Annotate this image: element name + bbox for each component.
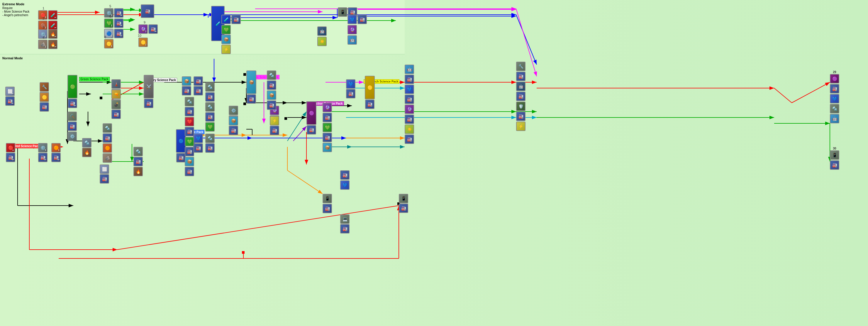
far-right-stack: 🤖 🏭 💙 🏭 🔮 🏭 ☀️ 🏭 xyxy=(405,64,414,144)
icon-b1: 📱 xyxy=(399,194,408,203)
item-icon-11b: 🏭 xyxy=(231,15,241,24)
bottom-path-stack: 📱 🏭 xyxy=(322,194,332,213)
icon-cc4-asm: 🏭 xyxy=(185,167,194,176)
icon-tech-comp1: 💙 xyxy=(193,134,203,143)
icon-assembler-high-tech: 🏭 xyxy=(365,100,374,109)
num-4: 4 xyxy=(42,36,44,39)
icon-b2-asm: 🏭 xyxy=(340,224,349,234)
icon-ll1: 🔩 xyxy=(103,124,112,133)
icon-assembler-belt: 🏭 xyxy=(39,102,49,112)
icon-fr3: 🔮 xyxy=(405,105,414,114)
icon-bp1: 📱 xyxy=(322,194,332,203)
icon-cc3-asm: 🏭 xyxy=(185,147,194,156)
icon-belt-2: 🟡 xyxy=(39,92,49,102)
normal-mode-label: Normal Mode xyxy=(2,56,23,60)
svg-rect-82 xyxy=(243,73,246,76)
icon-far2-4: ⚡ xyxy=(516,121,526,131)
require-label: Require xyxy=(2,6,12,10)
item-9: 9 🔮1 🏭∞ xyxy=(138,21,158,34)
lower-mid-stack: ⛏️ 🏭 ⚙️ xyxy=(67,112,77,141)
item-22: 22 🔮 xyxy=(347,25,357,34)
icon-cc4: 📦 xyxy=(185,157,194,166)
num-1: 1 xyxy=(42,6,44,10)
node-copper-cable: 🟠1 🏭∞ xyxy=(51,143,61,162)
item-12: 12 💚 xyxy=(221,25,231,34)
icon-production-science: 🟣 xyxy=(306,101,316,125)
svg-rect-83 xyxy=(243,103,246,105)
node-log-comp2: 🏭 🏭 xyxy=(193,76,203,96)
icon-tech-comp2-asm: 🏭 xyxy=(205,143,215,153)
icon-rc2-asm: 🏭 xyxy=(267,101,276,110)
icon-cb1: 🔩 xyxy=(133,147,143,156)
icon-copper-cable: 🟠1 xyxy=(51,143,61,153)
node-tech-comp1: 💙 🏭 xyxy=(193,134,203,153)
item-icon-17: ⚡ xyxy=(221,45,231,54)
icon-mid1-asm: 🏭 xyxy=(205,92,215,102)
icon-log-comp2-asm: 🏭 xyxy=(193,86,203,96)
icon-fr3-asm: 🏭 xyxy=(405,114,414,124)
num-6: 6 xyxy=(110,15,111,18)
icon-high-tech-science: 🟡 xyxy=(365,76,375,99)
icon-assembler-red: 🏭∞ xyxy=(6,153,15,162)
icon-rc1: 🔩 xyxy=(267,71,276,80)
icon-assembler-tech: 🏭 xyxy=(176,153,186,162)
icon-cb2: 🔥 xyxy=(133,167,143,176)
num-9: 9 xyxy=(144,21,146,24)
icon-tech-science: 🔵 xyxy=(176,129,186,153)
far-right-2: 🔧 🏭 🤖 🏭 🛡️ 🏭 ⚡ xyxy=(516,62,526,131)
item-icon-9a: 🔮1 xyxy=(138,24,148,34)
item-8: 8 🟡1 xyxy=(104,35,114,49)
item-30: 30 📱 🏭 xyxy=(830,147,839,170)
icon-assembler-small: 🏭∞ xyxy=(5,96,15,106)
svg-line-35 xyxy=(287,112,306,141)
node-ht-comp1: 💙 🏭 xyxy=(346,79,355,99)
node-prod-comp2: ⚡ 🏭 xyxy=(270,116,279,135)
icon-prod-comp2: ⚡ xyxy=(270,116,279,126)
icon-cc1-asm: 🏭 xyxy=(185,107,194,116)
icon-mid2: 🔩 xyxy=(205,102,215,112)
icon-military-science: ⚔️ xyxy=(144,75,154,99)
icon-fr1-asm: 🏭 xyxy=(405,75,414,84)
lower-left-stack: 🔩 🏭 🟠 🪨 xyxy=(103,124,112,163)
icon-lm1: ⛏️ xyxy=(67,112,77,121)
icon-log-comp1: 📦 xyxy=(182,76,191,86)
node-iron-plate: ⬜∞ 🏭∞ xyxy=(5,87,15,106)
icon-cb-2-asm: 🏭 xyxy=(229,126,238,135)
item-icon-18: 🤖 xyxy=(317,26,327,36)
icon-cc2: ❤️ xyxy=(185,117,194,126)
num-3: 3 xyxy=(42,26,44,29)
num-29: 29 xyxy=(833,71,836,74)
node-copper-gear: ⚙️1 🏭∞ xyxy=(38,143,48,162)
icon-29e: 🤖 xyxy=(830,114,839,124)
icon-fr2-asm: 🏭 xyxy=(405,94,414,104)
num-10: 10 xyxy=(138,34,141,37)
item-19: 19 ☀️ xyxy=(317,37,327,46)
icon-log-comp1-asm: 🏭 xyxy=(182,86,191,96)
item-icon-15: 📦 xyxy=(221,35,231,44)
icon-green-science: 🟢 xyxy=(67,75,78,99)
assembler-large: 🏭 xyxy=(141,4,154,18)
icon-assembler-logistic: 🏭 xyxy=(247,94,256,104)
icon-ht-comp1-asm: 🏭 xyxy=(346,89,355,99)
node-military-science: ⚔️ 🏭 xyxy=(144,75,154,108)
item-icon-21: 💙 xyxy=(347,15,357,24)
node-high-tech-science: 🟡 🏭 xyxy=(365,76,375,109)
extreme-mode-label: Extreme Mode xyxy=(2,2,24,6)
middle-stack: 🔩 🏭 🔩 🏭 💚 xyxy=(205,82,215,132)
icon-ht-comp1: 💙 xyxy=(346,79,355,89)
svg-line-54 xyxy=(117,206,399,250)
icon-assembler-iron: 🏭 xyxy=(100,174,109,184)
item-icon-9b: 🏭∞ xyxy=(148,24,158,34)
icon-assembler-military: 🏭 xyxy=(144,99,153,108)
node-center-black-2: 📦 🏭 xyxy=(229,116,238,135)
item-icon-20: 📱 xyxy=(338,7,347,17)
icon-rc2: 📦 xyxy=(267,90,276,100)
node-extra-1: 🔩 🔥 xyxy=(82,138,92,157)
item-17: 17 ⚡ xyxy=(221,45,231,54)
icon-red-science: 🔴∞ xyxy=(6,143,15,153)
item-icon-10a: 🟡1 xyxy=(138,37,148,47)
icon-far2-3-asm: 🏭 xyxy=(516,112,526,121)
icon-cr3: 📦 xyxy=(322,143,332,152)
icon-b2: 💻 xyxy=(340,214,349,224)
icon-furnace: 🔥 xyxy=(82,148,92,157)
